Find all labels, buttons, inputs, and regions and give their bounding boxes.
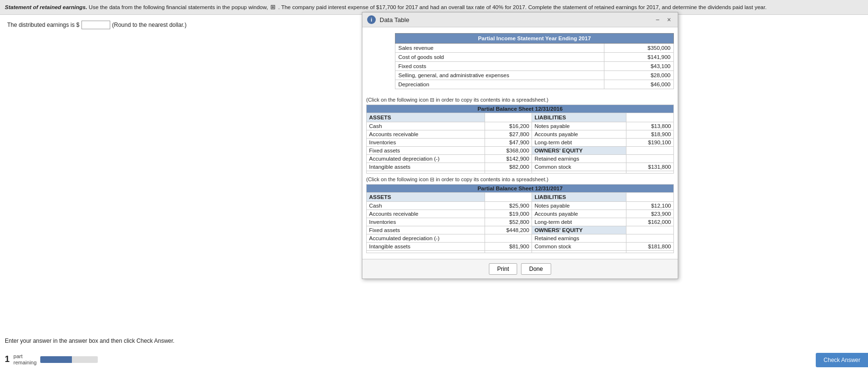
balance-row: Accounts receivable $19,000 Accounts pay… (367, 210, 674, 218)
balance-row: Inventories $52,800 Long-term debt $162,… (367, 218, 674, 226)
left-panel: The distributed earnings is $ (Round to … (0, 13, 350, 36)
assets-header-2016: ASSETS (367, 113, 485, 122)
income-row-value: $350,000 (604, 44, 673, 53)
balance-asset-label: Accumulated depreciation (-) (367, 155, 485, 163)
balance-liability-label: OWNERS' EQUITY (532, 147, 626, 155)
balance-row: Cash $25,900 Notes payable $12,100 (367, 202, 674, 210)
balance-asset-value (485, 171, 532, 174)
balance-liability-value (626, 171, 674, 174)
balance-asset-label: Accounts receivable (367, 130, 485, 139)
assets-header-2017: ASSETS (367, 193, 485, 202)
part-label-line2: remaining (13, 360, 36, 366)
balance-asset-value: $19,000 (485, 210, 532, 218)
income-row-value: $28,000 (604, 71, 673, 80)
income-row-label: Cost of goods sold (395, 53, 604, 62)
balance-2017-table: Partial Balance Sheet 12/31/2017 ASSETS … (366, 184, 674, 253)
main-content: Statement of retained earnings. Use the … (0, 0, 868, 373)
income-row: Selling, general, and administrative exp… (395, 71, 674, 80)
instruction-bold: Statement of retained earnings. (5, 4, 87, 10)
income-row-value: $141,900 (604, 53, 673, 62)
balance-liability-value (626, 234, 674, 243)
distributed-earnings-label: The distributed earnings is $ (7, 22, 80, 28)
balance-asset-label: Fixed assets (367, 226, 485, 234)
balance-row: Accumulated depreciation (-) Retained ea… (367, 234, 674, 243)
click-note-1: (Click on the following icon ⊟ in order … (366, 97, 674, 103)
distributed-earnings-row: The distributed earnings is $ (Round to … (7, 21, 343, 29)
balance-row: Fixed assets $448,200 OWNERS' EQUITY (367, 226, 674, 234)
balance-2016-header: Partial Balance Sheet 12/31/2016 (367, 105, 674, 113)
liabilities-header-2017: LIABILITIES (532, 193, 626, 202)
check-answer-button[interactable]: Check Answer (816, 353, 868, 367)
close-button[interactable]: × (665, 16, 673, 23)
enter-answer-text: Enter your answer in the answer box and … (5, 338, 174, 344)
income-row-label: Sales revenue (395, 44, 604, 53)
balance-liability-value: $181,800 (626, 243, 674, 251)
distributed-earnings-input[interactable] (81, 21, 110, 29)
click-note-2: (Click on the following icon ⊟ in order … (366, 176, 674, 183)
balance-liability-label: Notes payable (532, 122, 626, 130)
done-button[interactable]: Done (521, 263, 551, 275)
liabilities-header-2016: LIABILITIES (532, 113, 626, 122)
popup-header: i Data Table − × (362, 12, 678, 27)
balance-liability-value: $13,800 (626, 122, 674, 130)
balance-row (367, 251, 674, 253)
balance-asset-label: Inventories (367, 218, 485, 226)
popup-header-left: i Data Table (367, 15, 409, 24)
balance-asset-value (485, 234, 532, 243)
income-row: Cost of goods sold $141,900 (395, 53, 674, 62)
balance-liability-value (626, 251, 674, 253)
balance-asset-value: $52,800 (485, 218, 532, 226)
balance-liability-label (532, 251, 626, 253)
copy-icon-1: ⊟ (430, 97, 434, 103)
balance-row: Accounts receivable $27,800 Accounts pay… (367, 130, 674, 139)
balance-asset-value: $81,900 (485, 243, 532, 251)
balance-2017-header: Partial Balance Sheet 12/31/2017 (367, 185, 674, 193)
round-note: (Round to the nearest dollar.) (112, 22, 186, 28)
balance-liability-value: $190,100 (626, 139, 674, 147)
balance-liability-label: Common stock (532, 243, 626, 251)
balance-asset-value: $16,200 (485, 122, 532, 130)
balance-asset-value: $448,200 (485, 226, 532, 234)
balance-liability-label: Retained earnings (532, 234, 626, 243)
balance-liability-value (626, 226, 674, 234)
balance-asset-label: Intangible assets (367, 243, 485, 251)
balance-liability-value: $162,000 (626, 218, 674, 226)
balance-asset-value: $142,900 (485, 155, 532, 163)
balance-liability-value: $18,900 (626, 130, 674, 139)
instruction-text1: Use the data from the following financia… (89, 4, 268, 10)
print-button[interactable]: Print (489, 263, 517, 275)
balance-liability-label: Retained earnings (532, 155, 626, 163)
balance-asset-label: Cash (367, 202, 485, 210)
balance-liability-label: Accounts payable (532, 130, 626, 139)
part-label-line1: part (13, 353, 36, 360)
balance-liability-value: $23,900 (626, 210, 674, 218)
balance-asset-label (367, 251, 485, 253)
balance-asset-label: Fixed assets (367, 147, 485, 155)
balance-asset-label: Accumulated depreciation (-) (367, 234, 485, 243)
income-row-value: $46,000 (604, 80, 673, 89)
balance-asset-value: $25,900 (485, 202, 532, 210)
income-row: Fixed costs $43,100 (395, 62, 674, 71)
progress-bar-fill (40, 356, 72, 363)
progress-bar-container (40, 356, 98, 363)
copy-icon-2: ⊟ (430, 176, 434, 182)
balance-liability-value: $131,800 (626, 163, 674, 171)
balance-liability-label: Long-term debt (532, 139, 626, 147)
balance-asset-value: $368,000 (485, 147, 532, 155)
balance-asset-value: $47,900 (485, 139, 532, 147)
popup-controls: − × (654, 16, 673, 23)
income-row: Sales revenue $350,000 (395, 44, 674, 53)
balance-asset-value: $27,800 (485, 130, 532, 139)
income-row-label: Selling, general, and administrative exp… (395, 71, 604, 80)
popup-window: i Data Table − × Partial Income Statemen… (362, 12, 678, 279)
balance-asset-label: Inventories (367, 139, 485, 147)
balance-row: Accumulated depreciation (-) $142,900 Re… (367, 155, 674, 163)
balance-liability-value (626, 155, 674, 163)
minimize-button[interactable]: − (654, 16, 661, 23)
balance-asset-label: Cash (367, 122, 485, 130)
part-label: part remaining (13, 353, 36, 366)
popup-title: Data Table (380, 16, 409, 23)
grid-icon: ⊞ (270, 3, 276, 11)
income-statement-header: Partial Income Statement Year Ending 201… (395, 34, 674, 44)
balance-liability-label: Common stock (532, 163, 626, 171)
